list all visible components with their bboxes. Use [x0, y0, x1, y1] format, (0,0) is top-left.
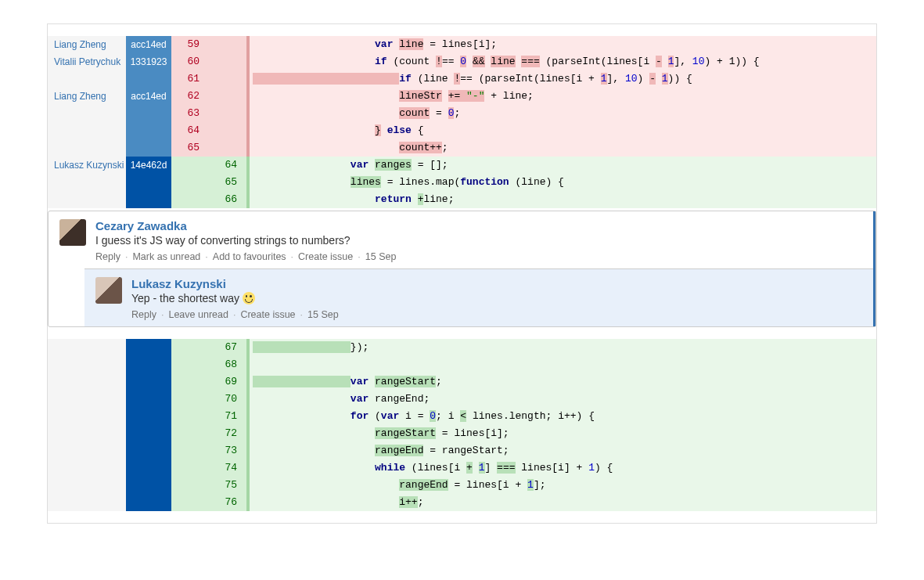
commit-hash[interactable]	[126, 373, 171, 391]
code-line[interactable]: var rangeEnd;	[250, 391, 876, 408]
old-line-number: 59	[171, 36, 209, 53]
code-line[interactable]: var line = lines[i];	[250, 36, 876, 53]
code-line[interactable]: i++;	[250, 494, 876, 511]
commit-hash[interactable]	[126, 408, 171, 425]
commit-hash[interactable]	[126, 139, 171, 157]
author-link[interactable]	[48, 191, 126, 208]
commit-hash[interactable]	[126, 174, 171, 191]
old-line-number	[171, 373, 209, 391]
author-link[interactable]	[48, 408, 126, 425]
new-line-number: 74	[209, 459, 246, 477]
comment-action[interactable]: Leave unread	[168, 309, 228, 320]
new-line-number	[209, 70, 246, 88]
code-line[interactable]: for (var i = 0; i < lines.length; i++) {	[250, 408, 876, 425]
old-line-number: 64	[171, 122, 209, 139]
comment-action[interactable]: Add to favourites	[213, 251, 286, 262]
author-link[interactable]	[48, 356, 126, 373]
author-link[interactable]	[48, 70, 126, 88]
author-link[interactable]	[48, 391, 126, 408]
comment-action[interactable]: Reply	[131, 309, 156, 320]
old-line-number	[171, 477, 209, 494]
commit-hash[interactable]	[126, 105, 171, 122]
commit-hash[interactable]: 1331923	[126, 53, 171, 70]
new-line-number	[209, 53, 246, 70]
code-line[interactable]: var ranges = [];	[250, 157, 876, 174]
new-line-number: 66	[209, 191, 246, 208]
author-link[interactable]	[48, 139, 126, 157]
old-line-number	[171, 356, 209, 373]
old-line-number: 62	[171, 88, 209, 105]
diff-table-top: Liang Zhengacc14ed59 var line = lines[i]…	[48, 36, 876, 208]
old-line-number: 63	[171, 105, 209, 122]
commit-hash[interactable]	[126, 356, 171, 373]
new-line-number: 70	[209, 391, 246, 408]
commit-hash[interactable]	[126, 442, 171, 459]
old-line-number: 60	[171, 53, 209, 70]
code-line[interactable]: return +line;	[250, 191, 876, 208]
code-line[interactable]: count = 0;	[250, 105, 876, 122]
new-line-number: 64	[209, 157, 246, 174]
author-link[interactable]: Liang Zheng	[48, 88, 126, 105]
commit-hash[interactable]	[126, 339, 171, 356]
new-line-number: 72	[209, 425, 246, 442]
code-line[interactable]: } else {	[250, 122, 876, 139]
code-line[interactable]: while (lines[i + 1] === lines[i] + 1) {	[250, 459, 876, 477]
author-link[interactable]	[48, 105, 126, 122]
commit-hash[interactable]	[126, 494, 171, 511]
code-line[interactable]: if (count !== 0 && line === (parseInt(li…	[250, 53, 876, 70]
author-link[interactable]	[48, 174, 126, 191]
comment-text: I guess it's JS way of converting string…	[95, 234, 865, 247]
code-line[interactable]: });	[250, 339, 876, 356]
author-link[interactable]	[48, 477, 126, 494]
comment-action[interactable]: Create issue	[298, 251, 353, 262]
old-line-number	[171, 459, 209, 477]
new-line-number: 75	[209, 477, 246, 494]
author-link[interactable]	[48, 442, 126, 459]
new-line-number: 69	[209, 373, 246, 391]
comment-action[interactable]: Mark as unread	[132, 251, 200, 262]
code-line[interactable]: lines = lines.map(function (line) {	[250, 174, 876, 191]
author-link[interactable]: Liang Zheng	[48, 36, 126, 53]
code-line[interactable]: count++;	[250, 139, 876, 157]
old-line-number	[171, 157, 209, 174]
commit-hash[interactable]	[126, 459, 171, 477]
new-line-number: 76	[209, 494, 246, 511]
author-link[interactable]	[48, 425, 126, 442]
new-line-number: 73	[209, 442, 246, 459]
commit-hash[interactable]: acc14ed	[126, 36, 171, 53]
old-line-number	[171, 408, 209, 425]
commit-hash[interactable]	[126, 391, 171, 408]
commit-hash[interactable]	[126, 70, 171, 88]
author-link[interactable]	[48, 339, 126, 356]
comment-author[interactable]: Cezary Zawadka	[95, 219, 865, 232]
comment-action[interactable]: 15 Sep	[365, 251, 397, 262]
author-link[interactable]	[48, 494, 126, 511]
author-link[interactable]	[48, 122, 126, 139]
old-line-number	[171, 174, 209, 191]
comment-text: Yep - the shortest way	[131, 292, 865, 304]
author-link[interactable]: Lukasz Kuzynski	[48, 157, 126, 174]
comment-action[interactable]: Reply	[95, 251, 120, 262]
commit-hash[interactable]	[126, 425, 171, 442]
author-link[interactable]	[48, 459, 126, 477]
commit-hash[interactable]: acc14ed	[126, 88, 171, 105]
avatar[interactable]	[95, 277, 122, 304]
code-line[interactable]: lineStr += "-" + line;	[250, 88, 876, 105]
comment-action[interactable]: Create issue	[240, 309, 295, 320]
commit-hash[interactable]	[126, 191, 171, 208]
comment-action[interactable]: 15 Sep	[307, 309, 339, 320]
commit-hash[interactable]	[126, 122, 171, 139]
code-line[interactable]: var rangeStart;	[250, 373, 876, 391]
code-line[interactable]	[250, 356, 876, 373]
code-line[interactable]: rangeEnd = rangeStart;	[250, 442, 876, 459]
code-line[interactable]: rangeEnd = lines[i + 1];	[250, 477, 876, 494]
commit-hash[interactable]	[126, 477, 171, 494]
comment-author[interactable]: Lukasz Kuzynski	[131, 277, 865, 290]
code-line[interactable]: rangeStart = lines[i];	[250, 425, 876, 442]
commit-hash[interactable]: 14e462d	[126, 157, 171, 174]
code-line[interactable]: if (line !== (parseInt(lines[i + 1], 10)…	[250, 70, 876, 88]
new-line-number: 68	[209, 356, 246, 373]
avatar[interactable]	[59, 219, 86, 246]
author-link[interactable]	[48, 373, 126, 391]
author-link[interactable]: Vitalii Petrychuk	[48, 53, 126, 70]
